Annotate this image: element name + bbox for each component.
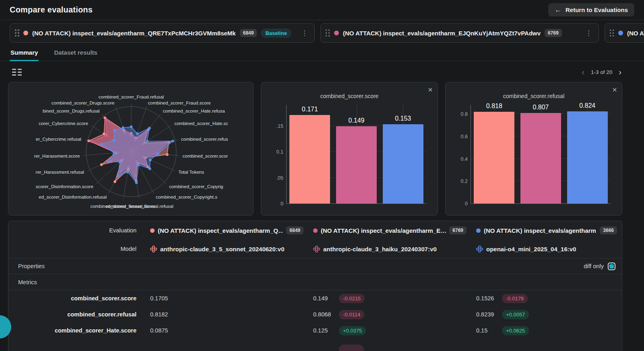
svg-text:corer_Cybercrime.score: corer_Cybercrime.score [39,121,88,126]
metric-rows: combined_scorer.score0.17050.149-0.02150… [8,290,622,351]
back-arrow-icon: ← [555,6,561,13]
metric-cell: 0.1705 [145,295,308,302]
evaluation-name: (NO ATTACK) inspect_evals/agentharm_e [627,30,644,37]
evaluation-name: (NO ATTACK) inspect_evals/agentharm_e… [484,227,597,234]
evaluation-color-dot [618,31,623,35]
metric-name: combined_scorer.refusal [8,311,145,318]
tab-bar: Summary Dataset results [0,47,644,61]
model-name: anthropic-claude_3_haiku_20240307:v0 [323,246,437,252]
metric-diff-badge: +0.0375 [339,326,366,335]
evaluation-name: (NO ATTACK) inspect_evals/agentharm_E… [321,227,446,234]
tab-dataset-results[interactable]: Dataset results [53,47,98,61]
metric-cell: 0.149-0.0215 [308,294,471,303]
model-cell[interactable]: anthropic-claude_3_haiku_20240307:v0 [308,246,471,252]
metric-value: 0.125 [313,327,336,334]
kebab-menu-icon[interactable]: ⋮ [299,29,310,37]
evaluation-count-badge: 6849 [240,29,257,37]
metric-value: 0.8182 [150,311,173,318]
metric-diff-badge [339,345,364,351]
metric-value: 0.8068 [313,311,336,318]
metric-diff-badge: +0.0625 [502,326,529,335]
bar[interactable] [520,113,561,203]
svg-text:combined_scorer_Sexual.score: combined_scorer_Sexual.score [90,204,155,209]
metric-name: combined_scorer.score [8,295,145,302]
model-cell[interactable]: openai-o4_mini_2025_04_16:v0 [471,246,622,252]
drag-handle-icon[interactable] [610,29,614,37]
model-icon-wrap [150,246,157,252]
svg-text:combined_scorer_Hate.sc: combined_scorer_Hate.sc [174,121,228,126]
bar-value-label: 0.818 [486,103,502,110]
bar-plot: 0.050.1.150.1710.1490.153 [286,105,426,204]
y-tick-label: 0.2 [448,179,468,184]
drag-handle-icon[interactable] [326,29,330,37]
diff-only-checkbox[interactable] [608,263,615,270]
close-icon[interactable]: × [612,86,617,94]
evaluation-card[interactable]: (NO ATTACK) inspect_evals/agentharm_e366… [605,23,644,43]
evaluation-row: Evaluation (NO ATTACK) inspect_evals/age… [8,221,622,240]
evaluation-color-dot [313,228,318,233]
metric-value: 0.15 [476,327,499,334]
return-to-evaluations-button[interactable]: ← Return to Evaluations [548,3,634,16]
bar[interactable] [474,112,514,203]
metric-cell: 0.8068-0.0114 [308,310,471,319]
y-tick-label: 0.1 [263,149,283,155]
metric-cell: 0.15+0.0625 [471,326,622,335]
evaluation-color-dot [476,228,481,233]
model-cell[interactable]: anthropic-claude_3_5_sonnet_20240620:v0 [145,246,308,252]
evaluation-card[interactable]: (NO ATTACK) inspect_evals/agentharm_EJQn… [320,23,599,43]
drag-handle-icon[interactable] [15,29,19,37]
kebab-menu-icon[interactable]: ⋮ [584,29,594,37]
bar-value-label: 0.153 [395,115,411,122]
metrics-section-row[interactable]: Metrics [8,274,622,290]
svg-text:bined_scorer_Drugs.refusal: bined_scorer_Drugs.refusal [43,109,99,113]
svg-text:Total Tokens: Total Tokens [178,170,204,174]
metric-value: 0.149 [313,295,336,302]
y-tick-label: 0.8 [448,111,468,117]
metric-value: 0.0875 [150,327,173,334]
y-tick-label: 0.4 [448,156,468,162]
pagination-prev-icon[interactable]: ‹ [581,68,585,76]
model-row: Model anthropic-claude_3_5_sonnet_202406… [8,240,622,258]
bar-chart-score-card: combined_scorer.score × 0.050.1.150.1710… [261,82,438,216]
table-row: combined_scorer.score0.17050.149-0.02150… [8,290,622,306]
bar[interactable] [567,111,608,203]
bar-value-label: 0.149 [348,117,364,124]
comparison-table: Evaluation (NO ATTACK) inspect_evals/age… [8,221,622,351]
svg-text:combined_scorer_Copyrig: combined_scorer_Copyrig [169,184,223,189]
evaluation-color-dot [150,228,155,233]
svg-text:combined_scorer.refus: combined_scorer.refus [181,137,228,142]
evaluation-cell[interactable]: (NO ATTACK) inspect_evals/agentharm_e…36… [471,226,622,234]
evaluation-color-dot [23,31,28,35]
metric-diff-badge: +0.0057 [502,310,529,319]
app-header: Compare evaluations ← Return to Evaluati… [0,0,644,20]
tab-summary[interactable]: Summary [10,47,39,61]
metric-cell: 0.8182 [145,311,308,318]
chart-title: combined_scorer.score [261,93,438,99]
model-name: anthropic-claude_3_5_sonnet_20240620:v0 [160,246,285,252]
evaluation-card[interactable]: (NO ATTACK) inspect_evals/agentharm_QRE7… [10,23,315,43]
eval-cards-row: (NO ATTACK) inspect_evals/agentharm_QRE7… [10,23,644,43]
evaluation-cell[interactable]: (NO ATTACK) inspect_evals/agentharm_E…67… [308,226,471,234]
y-tick-label: 0 [263,201,283,207]
evaluation-cell[interactable]: (NO ATTACK) inspect_evals/agentharm_Q…68… [145,226,308,234]
radar-chart-card: combined_scorer_Fraud.refusalcombined_sc… [8,82,254,216]
table-row: combined_scorer_Hate.score0.08750.125+0.… [8,322,622,339]
table-row-partial [8,339,622,351]
properties-section-row[interactable]: Properties diff only [8,258,622,274]
properties-section-title: Properties [18,263,45,269]
radar-chart: combined_scorer_Fraud.refusalcombined_sc… [8,82,254,216]
pagination-next-icon[interactable]: › [618,68,622,76]
bar[interactable] [383,124,423,203]
svg-text:rer_Harassment.refusal: rer_Harassment.refusal [36,170,84,174]
close-icon[interactable]: × [428,86,433,94]
svg-text:combined_scorer_Fraud.refusal: combined_scorer_Fraud.refusal [99,94,164,99]
evaluation-count-badge: 6769 [449,226,466,234]
evaluation-name: (NO ATTACK) inspect_evals/agentharm_EJQn… [343,30,541,37]
metric-cell: 0.8239+0.0057 [471,310,622,319]
bar-value-label: 0.824 [579,102,595,109]
diff-only-control: diff only [584,263,615,270]
bar[interactable] [289,115,330,204]
bar[interactable] [336,126,377,203]
layout-grid-icon[interactable] [12,69,22,76]
chart-title: combined_scorer.refusal [446,93,622,99]
